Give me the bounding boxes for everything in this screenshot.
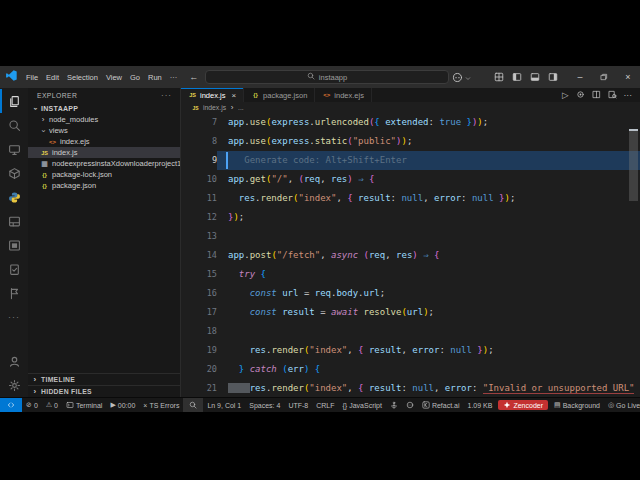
code-token: "/fetch" [277,250,320,260]
code-line-12[interactable]: 12}); [181,208,640,227]
explorer-icon[interactable] [0,89,28,113]
testing-icon[interactable] [0,257,28,281]
status-face-ext[interactable] [402,398,418,412]
code-editor[interactable]: 7app.use(express.urlencoded({ extended: … [181,113,640,397]
status-label: Refact.ai [432,402,460,409]
close-tab-icon[interactable]: × [231,91,236,100]
code-token: error [412,345,439,355]
sidebar-section-hidden-files[interactable]: ›HIDDEN FILES [28,385,180,397]
customize-layout-icon[interactable] [494,68,504,86]
menu-item-view[interactable]: View [102,71,126,84]
status-zencoder[interactable]: Zencoder [498,400,548,410]
menu-item-selection[interactable]: Selection [63,71,102,84]
more-icon[interactable]: ··· [0,305,28,329]
code-token: ; [510,193,515,203]
tab-index-ejs[interactable]: <>index.ejs [315,88,372,102]
play-icon: ▶ [110,401,115,409]
menu-item-file[interactable]: File [22,71,42,84]
tree-item-views[interactable]: ›views [28,125,180,136]
status-language-mode[interactable]: {}JavaScript [339,398,386,412]
code-line-20[interactable]: 20 } catch (err) { [181,360,640,379]
status-encoding[interactable]: UTF-8 [284,398,312,412]
status-file-size[interactable]: 1.09 KB [464,398,497,412]
status-problems-warnings[interactable]: ⚠0 [42,398,62,412]
status-anchor-ext[interactable] [386,398,402,412]
flag-icon[interactable] [0,281,28,305]
window-panel-icon[interactable] [0,209,28,233]
live-preview-icon[interactable] [0,233,28,257]
minimize-button[interactable]: – [568,66,592,88]
run-icon[interactable]: ▷ [562,90,569,100]
command-center-search[interactable]: instaapp [205,70,449,84]
sidebar-section-timeline[interactable]: ›TIMELINE [28,373,180,385]
status-terminal[interactable]: Terminal [62,398,106,412]
code-line-11[interactable]: 11 res.render("index", { result: null, e… [181,189,640,208]
code-line-9[interactable]: 9 Generate code: Alt+Shift+Enter [181,151,640,170]
status-eol[interactable]: CRLF [312,398,338,412]
status-zoom[interactable] [183,398,203,412]
status-problems-errors[interactable]: ⊘0 [22,398,42,412]
terminal-icon [66,401,74,409]
open-preview-icon[interactable] [608,90,617,101]
code-line-16[interactable]: 16 const url = req.body.url; [181,284,640,303]
python-icon[interactable] [0,185,28,209]
status-ts-errors[interactable]: ×TS Errors [139,398,183,412]
more-actions-icon[interactable]: ··· [624,90,633,100]
remote-monitor-icon[interactable] [0,137,28,161]
tree-item-package-lock-json[interactable]: {}package-lock.json [28,169,180,180]
explorer-more-icon[interactable]: ··· [161,91,172,100]
menu-item-go[interactable]: Go [126,71,144,84]
panel-right-icon[interactable] [548,68,558,86]
tree-item-label: nodeexpressinstaXdownloaderproject1997.r… [52,159,180,168]
code-token: } [494,193,505,203]
back-arrow-icon[interactable]: ← [189,72,198,82]
code-token: express [271,136,309,146]
status-background[interactable]: ▤Background [550,398,604,412]
code-line-17[interactable]: 17 const result = await resolve(url); [181,303,640,322]
settings-gear-icon[interactable] [0,373,28,397]
code-line-8[interactable]: 8app.use(express.static("public")); [181,132,640,151]
status-go-live[interactable]: ◎Go Live [604,398,640,412]
search-side-icon[interactable] [0,113,28,137]
code-line-10[interactable]: 10app.get("/", (req, res) ⇒ { [181,170,640,189]
menu-item-[interactable]: ··· [166,71,182,84]
status-cursor-position[interactable]: Ln 9, Col 1 [203,398,245,412]
remote-icon [7,401,15,409]
code-line-7[interactable]: 7app.use(express.urlencoded({ extended: … [181,113,640,132]
code-line-15[interactable]: 15 try { [181,265,640,284]
split-editor-icon[interactable] [592,90,601,101]
code-line-13[interactable]: 13 [181,227,640,246]
status-timer[interactable]: ▶00:00 [106,398,139,412]
status-indentation[interactable]: Spaces: 4 [245,398,284,412]
tree-item-package-json[interactable]: {}package.json [28,180,180,191]
tree-item-instaapp[interactable]: › INSTAAPP [28,103,180,114]
code-line-14[interactable]: 14app.post("/fetch", async (req, res) ⇒ … [181,246,640,265]
menu-item-edit[interactable]: Edit [42,71,63,84]
status-refact-ai[interactable]: Refact.ai [418,398,464,412]
close-button[interactable]: × [616,66,640,88]
panel-bottom-icon[interactable] [530,68,540,86]
cube-icon[interactable] [0,161,28,185]
menu-item-run[interactable]: Run [144,71,166,84]
debug-icon[interactable] [576,90,585,101]
status-remote-indicator[interactable] [0,398,22,412]
tree-item-node-modules[interactable]: ›node_modules [28,114,180,125]
tree-item-label: package.json [52,181,96,190]
tree-item-nodeexpressinstaxdownloaderproject1997-rar[interactable]: ▦nodeexpressinstaXdownloaderproject1997.… [28,158,180,169]
breadcrumb[interactable]: JS index.js › ... [181,102,640,113]
tree-item-index-js[interactable]: JSindex.js [28,147,180,158]
copilot-menu[interactable] [452,69,471,87]
restore-button[interactable] [592,66,616,88]
code-line-21[interactable]: 21 res.render("index", { result: null, e… [181,379,640,397]
editor-scrollbar[interactable] [629,131,638,201]
panel-left-icon[interactable] [512,68,522,86]
code-line-18[interactable]: 18 [181,322,640,341]
tab-index-js[interactable]: JSindex.js× [181,88,244,102]
star-icon [503,401,511,409]
code-token: result [358,193,391,203]
code-line-content: app.get("/", (req, res) ⇒ { [217,170,640,189]
tab-package-json[interactable]: {}package.json [244,88,315,102]
code-line-19[interactable]: 19 res.render("index", { result, error: … [181,341,640,360]
tree-item-index-ejs[interactable]: <>index.ejs [28,136,180,147]
account-icon[interactable] [0,349,28,373]
